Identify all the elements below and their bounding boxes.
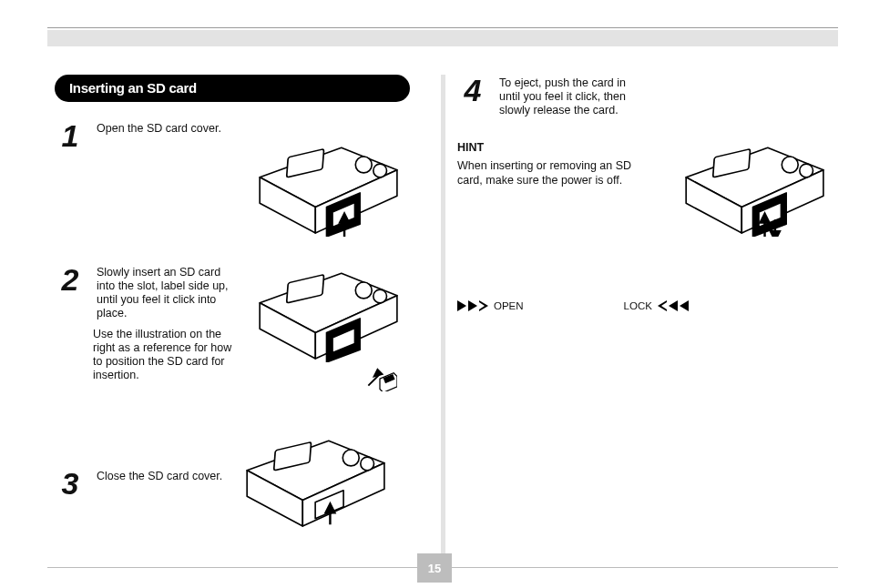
step-4: 4 To eject, push the card in until you f… xyxy=(457,75,639,117)
svg-point-15 xyxy=(373,289,387,303)
figure-camera-close-cover xyxy=(239,430,389,530)
section-title: Inserting an SD card xyxy=(55,75,410,102)
open-label: OPEN xyxy=(494,300,524,311)
svg-point-5 xyxy=(373,164,387,177)
step-1: 1 Open the SD card cover. xyxy=(55,120,237,151)
sdcard-icon xyxy=(363,357,397,391)
page-top-band xyxy=(47,30,838,46)
lock-label: LOCK xyxy=(624,300,652,311)
page-number: 15 xyxy=(417,553,452,583)
hint-title: HINT xyxy=(457,141,639,154)
direction-arrows: OPEN LOCK xyxy=(457,300,689,311)
step-2: 2 Slowly insert an SD card into the slot… xyxy=(55,264,237,320)
step-number: 2 xyxy=(55,264,86,295)
svg-point-26 xyxy=(342,450,359,466)
step-text: To eject, push the card in until you fee… xyxy=(499,75,639,117)
svg-point-14 xyxy=(355,282,372,299)
svg-point-36 xyxy=(800,164,813,177)
page-top-rule xyxy=(47,27,838,28)
svg-marker-19 xyxy=(374,370,383,377)
step-number: 3 xyxy=(55,468,86,499)
svg-marker-42 xyxy=(771,231,780,237)
step-3: 3 Close the SD card cover. xyxy=(55,468,237,499)
step-subtext: Use the illustration on the right as a r… xyxy=(93,328,237,382)
step-text: Slowly insert an SD card into the slot, … xyxy=(97,264,237,320)
figure-camera-open-cover xyxy=(251,137,402,237)
figure-camera-insert-card xyxy=(251,262,402,362)
step-text: Open the SD card cover. xyxy=(97,120,237,136)
step-number: 4 xyxy=(457,75,488,106)
svg-point-35 xyxy=(782,157,798,173)
svg-point-4 xyxy=(355,157,372,173)
hint-body: When inserting or removing an SD card, m… xyxy=(457,159,639,188)
step-text: Close the SD card cover. xyxy=(97,468,237,483)
svg-marker-20 xyxy=(380,373,397,391)
step-number: 1 xyxy=(55,120,86,151)
column-divider xyxy=(441,75,445,570)
figure-camera-eject-card xyxy=(678,137,828,237)
svg-point-27 xyxy=(361,457,374,471)
